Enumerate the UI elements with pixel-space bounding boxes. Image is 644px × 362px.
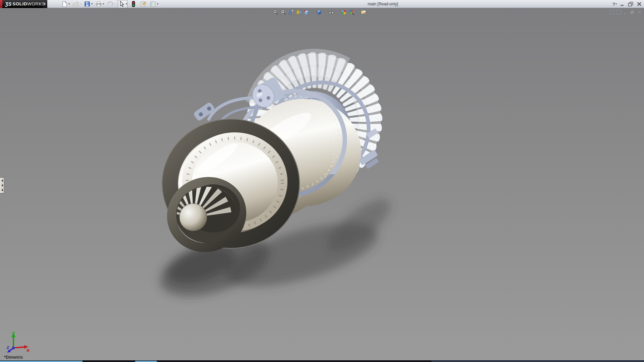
- view-settings-icon[interactable]: [361, 9, 367, 15]
- apply-scene-icon[interactable]: [348, 9, 355, 15]
- undo-dropdown-caret[interactable]: ▾: [114, 3, 115, 5]
- orientation-triad[interactable]: [6, 330, 30, 355]
- title-bar: ƷS SOLIDWORKS ► ▾ ▾ ▾: [0, 0, 644, 8]
- file-properties-button[interactable]: [140, 0, 147, 8]
- collapse-arrow-icon: [1, 189, 3, 191]
- new-document-button[interactable]: [61, 0, 68, 8]
- undo-button[interactable]: [106, 0, 114, 8]
- logo-text-light: WORKS: [27, 1, 45, 6]
- hide-show-items-icon[interactable]: [328, 9, 334, 15]
- model-jet-engine[interactable]: [0, 8, 644, 362]
- print-dropdown-caret[interactable]: ▾: [103, 3, 104, 5]
- view-orientation-icon[interactable]: [303, 9, 310, 15]
- save-dropdown-caret[interactable]: ▾: [91, 3, 93, 5]
- select-tool-group: ▾: [118, 0, 127, 8]
- save-button[interactable]: [84, 0, 91, 8]
- window-prev-button[interactable]: [609, 9, 614, 14]
- headsup-view-toolbar: [272, 9, 368, 15]
- minimize-button[interactable]: [620, 1, 625, 7]
- help-dropdown-caret[interactable]: ▾: [615, 3, 617, 5]
- previous-view-icon[interactable]: [288, 9, 294, 15]
- logo-red-stripe: [0, 0, 2, 8]
- new-dropdown-caret[interactable]: ▾: [68, 3, 70, 5]
- edit-appearance-icon[interactable]: [340, 9, 347, 15]
- document-close-button[interactable]: [637, 9, 642, 14]
- restore-button[interactable]: [628, 1, 634, 7]
- zoom-to-fit-icon[interactable]: [272, 9, 279, 15]
- save-group: ▾: [84, 0, 93, 8]
- file-properties-group: [140, 0, 147, 8]
- document-restore-button[interactable]: [630, 9, 635, 14]
- collapse-arrow-icon: [1, 184, 3, 187]
- help-icon: ?: [612, 2, 615, 7]
- window-controls: ? ▾: [612, 0, 642, 8]
- section-view-icon[interactable]: [296, 9, 302, 15]
- solidworks-logo-mark: ƷS: [5, 1, 11, 7]
- print-group: ▾: [95, 0, 104, 8]
- document-title: main [Read-only]: [368, 2, 398, 6]
- document-window-controls: [609, 9, 642, 14]
- featuremanager-collapsed-tab[interactable]: [0, 177, 4, 193]
- zoom-to-area-icon[interactable]: [280, 9, 286, 15]
- solidworks-window: *Dimetric ƷS SOLIDWORKS ► ▾ ▾ ▾: [0, 0, 644, 362]
- help-button[interactable]: ? ▾: [612, 1, 617, 7]
- rebuild-traffic-light-button[interactable]: [130, 0, 137, 8]
- open-document-button[interactable]: [72, 0, 79, 8]
- print-button[interactable]: [95, 0, 102, 8]
- options-button[interactable]: [149, 0, 157, 8]
- undo-group: ▾: [106, 0, 115, 8]
- logo-text-strong: SOLID: [12, 1, 27, 6]
- close-button[interactable]: [637, 1, 642, 7]
- taskbar-edge[interactable]: [0, 360, 644, 362]
- solidworks-logo-text: SOLIDWORKS: [12, 1, 45, 6]
- rebuild-group: [130, 0, 137, 8]
- window-next-button[interactable]: [616, 9, 621, 14]
- triad-y-glyph: [12, 332, 15, 335]
- open-dropdown-caret[interactable]: ▾: [80, 3, 81, 5]
- orientation-label: *Dimetric: [4, 355, 23, 360]
- select-dropdown-caret[interactable]: ▾: [126, 3, 127, 5]
- graphics-viewport[interactable]: *Dimetric: [0, 8, 644, 362]
- spinner-hub[interactable]: [179, 203, 207, 231]
- triad-x-glyph: [27, 349, 29, 352]
- triad-z-glyph: [7, 347, 9, 349]
- new-document-group: ▾: [61, 0, 70, 8]
- collapse-arrow-icon: [1, 179, 3, 182]
- main-toolbar: ▾ ▾ ▾ ▾ ▾: [61, 0, 161, 8]
- document-minimize-button[interactable]: [623, 9, 628, 14]
- display-style-icon[interactable]: [316, 9, 322, 15]
- select-tool-button[interactable]: [118, 0, 125, 8]
- open-document-group: ▾: [72, 0, 81, 8]
- solidworks-logo: ƷS SOLIDWORKS: [0, 0, 43, 8]
- options-dropdown-caret[interactable]: ▾: [157, 3, 158, 5]
- options-group: ▾: [149, 0, 158, 8]
